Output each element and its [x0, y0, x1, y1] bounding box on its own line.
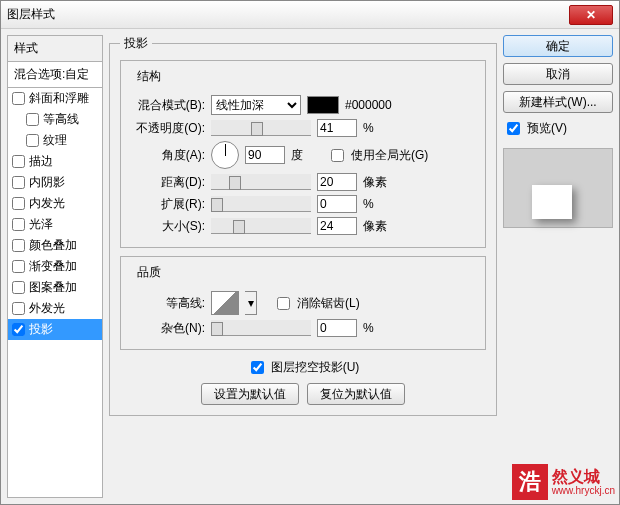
style-checkbox[interactable]	[12, 176, 25, 189]
use-global-light[interactable]: 使用全局光(G)	[327, 146, 428, 165]
style-item[interactable]: 描边	[8, 151, 102, 172]
preview-thumbnail	[503, 148, 613, 228]
structure-title: 结构	[133, 68, 165, 85]
style-checkbox[interactable]	[12, 260, 25, 273]
style-item[interactable]: 内阴影	[8, 172, 102, 193]
brand-text: 然义城	[552, 469, 615, 485]
opacity-slider[interactable]	[211, 120, 311, 136]
shadow-section: 投影 结构 混合模式(B): 线性加深 #000000 不透明度(O): %	[109, 35, 497, 416]
style-label: 纹理	[43, 132, 67, 149]
structure-group: 结构 混合模式(B): 线性加深 #000000 不透明度(O): %	[120, 60, 486, 248]
antialias-checkbox[interactable]	[277, 297, 290, 310]
style-checkbox[interactable]	[26, 113, 39, 126]
size-slider[interactable]	[211, 218, 311, 234]
color-hex: #000000	[345, 98, 392, 112]
noise-unit: %	[363, 321, 393, 335]
angle-unit: 度	[291, 147, 321, 164]
knockout[interactable]: 图层挖空投影(U)	[247, 358, 360, 377]
spread-unit: %	[363, 197, 393, 211]
titlebar: 图层样式 ✕	[1, 1, 619, 29]
size-input[interactable]	[317, 217, 357, 235]
quality-title: 品质	[133, 264, 165, 281]
distance-label: 距离(D):	[129, 174, 205, 191]
noise-input[interactable]	[317, 319, 357, 337]
style-item[interactable]: 等高线	[8, 109, 102, 130]
preview-toggle[interactable]: 预览(V)	[503, 119, 613, 138]
style-label: 渐变叠加	[29, 258, 77, 275]
style-checkbox[interactable]	[12, 281, 25, 294]
spread-input[interactable]	[317, 195, 357, 213]
style-item[interactable]: 纹理	[8, 130, 102, 151]
angle-label: 角度(A):	[129, 147, 205, 164]
style-label: 斜面和浮雕	[29, 90, 89, 107]
contour-dropdown[interactable]: ▾	[245, 291, 257, 315]
preview-checkbox[interactable]	[507, 122, 520, 135]
style-item[interactable]: 渐变叠加	[8, 256, 102, 277]
contour-label: 等高线:	[129, 295, 205, 312]
color-swatch[interactable]	[307, 96, 339, 114]
style-label: 内发光	[29, 195, 65, 212]
size-label: 大小(S):	[129, 218, 205, 235]
style-label: 内阴影	[29, 174, 65, 191]
blend-mode-select[interactable]: 线性加深	[211, 95, 301, 115]
distance-input[interactable]	[317, 173, 357, 191]
quality-group: 品质 等高线: ▾ 消除锯齿(L) 杂色(N):	[120, 256, 486, 350]
cancel-button[interactable]: 取消	[503, 63, 613, 85]
reset-default-button[interactable]: 复位为默认值	[307, 383, 405, 405]
style-label: 颜色叠加	[29, 237, 77, 254]
angle-input[interactable]	[245, 146, 285, 164]
brand-url: www.hryckj.cn	[552, 485, 615, 496]
distance-slider[interactable]	[211, 174, 311, 190]
spread-label: 扩展(R):	[129, 196, 205, 213]
blend-mode-label: 混合模式(B):	[129, 97, 205, 114]
opacity-unit: %	[363, 121, 393, 135]
contour-picker[interactable]	[211, 291, 239, 315]
style-checkbox[interactable]	[26, 134, 39, 147]
ok-button[interactable]: 确定	[503, 35, 613, 57]
style-checkbox[interactable]	[12, 302, 25, 315]
style-checkbox[interactable]	[12, 323, 25, 336]
spread-slider[interactable]	[211, 196, 311, 212]
blend-options-item[interactable]: 混合选项:自定	[8, 62, 102, 88]
styles-header: 样式	[8, 36, 102, 62]
style-item[interactable]: 光泽	[8, 214, 102, 235]
style-label: 等高线	[43, 111, 79, 128]
window-title: 图层样式	[7, 6, 55, 23]
new-style-button[interactable]: 新建样式(W)...	[503, 91, 613, 113]
style-label: 图案叠加	[29, 279, 77, 296]
style-checkbox[interactable]	[12, 92, 25, 105]
distance-unit: 像素	[363, 174, 393, 191]
style-item[interactable]: 投影	[8, 319, 102, 340]
style-label: 投影	[29, 321, 53, 338]
opacity-input[interactable]	[317, 119, 357, 137]
antialias[interactable]: 消除锯齿(L)	[273, 294, 360, 313]
styles-list: 样式 混合选项:自定 斜面和浮雕等高线纹理描边内阴影内发光光泽颜色叠加渐变叠加图…	[7, 35, 103, 498]
close-button[interactable]: ✕	[569, 5, 613, 25]
noise-slider[interactable]	[211, 320, 311, 336]
style-checkbox[interactable]	[12, 239, 25, 252]
dialog-window: 图层样式 ✕ 样式 混合选项:自定 斜面和浮雕等高线纹理描边内阴影内发光光泽颜色…	[0, 0, 620, 505]
style-item[interactable]: 内发光	[8, 193, 102, 214]
angle-dial[interactable]	[211, 141, 239, 169]
style-checkbox[interactable]	[12, 197, 25, 210]
noise-label: 杂色(N):	[129, 320, 205, 337]
make-default-button[interactable]: 设置为默认值	[201, 383, 299, 405]
brand-icon: 浩	[512, 464, 548, 500]
style-item[interactable]: 斜面和浮雕	[8, 88, 102, 109]
size-unit: 像素	[363, 218, 393, 235]
watermark: 浩 然义城 www.hryckj.cn	[512, 464, 615, 500]
section-title: 投影	[120, 35, 152, 52]
knockout-checkbox[interactable]	[251, 361, 264, 374]
style-label: 外发光	[29, 300, 65, 317]
style-item[interactable]: 图案叠加	[8, 277, 102, 298]
style-item[interactable]: 外发光	[8, 298, 102, 319]
style-item[interactable]: 颜色叠加	[8, 235, 102, 256]
style-label: 描边	[29, 153, 53, 170]
style-label: 光泽	[29, 216, 53, 233]
opacity-label: 不透明度(O):	[129, 120, 205, 137]
style-checkbox[interactable]	[12, 218, 25, 231]
use-global-checkbox[interactable]	[331, 149, 344, 162]
style-checkbox[interactable]	[12, 155, 25, 168]
